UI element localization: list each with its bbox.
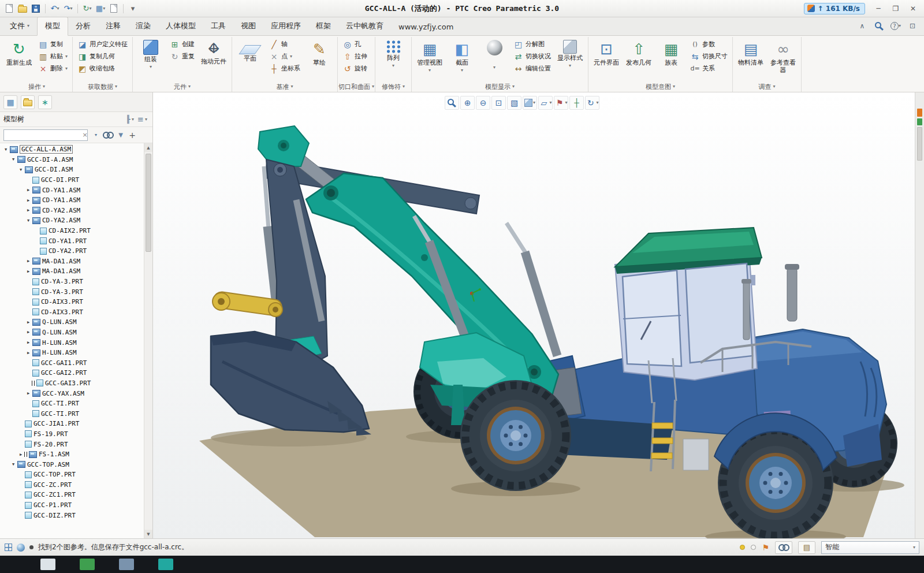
tree-item-label[interactable]: GCC-YAX.ASM: [42, 390, 84, 397]
restore-button[interactable]: ❐: [888, 3, 903, 14]
refit-icon[interactable]: ⊡: [491, 96, 506, 110]
clear-search-icon[interactable]: ×: [81, 131, 89, 139]
tree-expander-icon[interactable]: ▼: [10, 157, 17, 162]
tree-item[interactable]: ▶CD-YA1.ASM: [0, 195, 143, 206]
tree-columns-icon[interactable]: ╟▾: [124, 114, 136, 125]
browser-toggle-icon[interactable]: [17, 544, 25, 552]
tree-item-label[interactable]: GCC-DI.PRT: [41, 176, 79, 184]
ribbon-button-族表[interactable]: ▦族表: [655, 38, 687, 68]
tree-item[interactable]: ▶GCC-YAX.ASM: [0, 388, 143, 399]
tree-scrollbar[interactable]: ▲ ▼: [144, 143, 152, 538]
tree-item[interactable]: ▶CD-YA1.ASM: [0, 185, 143, 195]
tree-expander-icon[interactable]: ▶: [25, 188, 32, 192]
tree-item-label[interactable]: MA-DA1.ASM: [42, 267, 80, 275]
tree-expander-icon[interactable]: ▶: [25, 320, 32, 325]
tree-item-label[interactable]: GCC-ZC1.PRT: [33, 491, 76, 498]
tree-item[interactable]: ▶Q-LUN.ASM: [0, 328, 143, 338]
ribbon-button-轴[interactable]: ╱轴: [267, 38, 303, 50]
tab-人体模型[interactable]: 人体模型: [158, 17, 203, 35]
tree-item-label[interactable]: CD-AIX3.PRT: [41, 308, 83, 316]
navigator-toggle-icon[interactable]: [5, 544, 12, 551]
zoom-out-icon[interactable]: ⊖: [476, 96, 490, 110]
taskbar-item-3[interactable]: [158, 559, 173, 570]
tree-item-label[interactable]: GCC-ALL-A.ASM: [20, 145, 73, 154]
tab-视图[interactable]: 视图: [233, 17, 263, 35]
tree-item-label[interactable]: GCC-DI.ASM: [35, 166, 73, 173]
tree-expander-icon[interactable]: ▼: [17, 168, 24, 172]
tree-item[interactable]: GCC-GAI3.PRT: [0, 378, 143, 389]
tree-item-label[interactable]: CD-AIX3.PRT: [41, 298, 83, 306]
tree-item[interactable]: ▼CD-YA2.ASM: [0, 215, 143, 226]
tree-item[interactable]: ▼GCC-ALL-A.ASM: [0, 144, 143, 155]
ribbon-button-坐标系[interactable]: ┼坐标系: [267, 62, 303, 75]
tree-item-label[interactable]: H-LUN.ASM: [42, 339, 77, 347]
taskbar-item-2[interactable]: [119, 559, 134, 570]
3d-model-canvas[interactable]: [153, 113, 915, 538]
repaint-icon[interactable]: ▧: [507, 96, 521, 110]
ribbon-button-编辑位置[interactable]: ↔编辑位置: [511, 62, 553, 75]
tab-框架[interactable]: 框架: [308, 17, 338, 35]
find-icon[interactable]: [103, 129, 114, 141]
ribbon-button-孔[interactable]: ◎孔: [340, 38, 370, 50]
ribbon-group-label[interactable]: 操作▾: [2, 81, 72, 92]
minimize-button[interactable]: ─: [871, 3, 886, 14]
spin-center-icon[interactable]: ┼: [569, 96, 584, 110]
tree-settings-icon[interactable]: ≡▾: [136, 114, 149, 125]
help-icon[interactable]: ?▾: [890, 20, 901, 32]
ribbon-button-截面[interactable]: ◧截面▾: [446, 38, 478, 73]
ribbon-group-label[interactable]: 基准▾: [233, 81, 337, 92]
ribbon-button-拉伸[interactable]: ⇧拉伸: [340, 50, 370, 62]
ribbon-button-粘贴[interactable]: ▥粘贴▾: [36, 50, 70, 62]
scroll-up-icon[interactable]: ▲: [144, 143, 152, 152]
tree-expander-icon[interactable]: ▼: [25, 218, 32, 223]
tree-item[interactable]: ▶CD-YA2.ASM: [0, 206, 143, 216]
ribbon-button-appearance-icon[interactable]: ▾: [479, 38, 510, 70]
graphics-viewport[interactable]: ⊕⊖⊡▧▾▱▾⚑▾┼↻▾: [153, 92, 915, 538]
ribbon-button-阵列[interactable]: 阵列▾: [378, 38, 409, 69]
flag-icon[interactable]: ⚑: [762, 543, 769, 552]
tree-item-label[interactable]: MA-DA1.ASM: [42, 258, 80, 265]
customize-qat-icon[interactable]: ▾: [127, 3, 139, 14]
tree-item[interactable]: GCC-P1.PRT: [0, 500, 143, 511]
search-options-icon[interactable]: ▾: [91, 129, 100, 141]
new-window-icon[interactable]: [108, 3, 120, 14]
ribbon-button-切换状况[interactable]: ⇄切换状况: [511, 50, 553, 62]
ribbon-button-物料清单[interactable]: ▤物料清单: [735, 38, 766, 68]
folder-browser-icon[interactable]: [21, 95, 35, 109]
tree-expander-icon[interactable]: ▶: [25, 391, 32, 396]
scrollbar-thumb[interactable]: [146, 154, 151, 252]
saved-orientations-icon[interactable]: ↻▾: [585, 96, 599, 110]
tree-item-label[interactable]: CD-YA1.PRT: [49, 237, 87, 245]
ribbon-button-分解图[interactable]: ◰分解图: [511, 38, 553, 50]
ribbon-group-label[interactable]: 元件▾: [133, 81, 231, 92]
ribbon-button-组装[interactable]: 组装▾: [135, 38, 166, 70]
tree-item[interactable]: ▼GCC-DI-A.ASM: [0, 155, 143, 165]
tree-item-label[interactable]: GCC-GAI3.PRT: [45, 379, 91, 387]
selection-filter-combo[interactable]: 智能 ▾: [821, 541, 919, 554]
tree-expander-icon[interactable]: ▶: [25, 198, 32, 203]
ribbon-button-草绘[interactable]: ✎草绘: [304, 38, 335, 68]
tree-item-label[interactable]: GCC-ZC.PRT: [33, 481, 72, 489]
tree-item[interactable]: ▶MA-DA1.ASM: [0, 256, 143, 267]
ribbon-group-label[interactable]: 切口和曲面▾: [338, 81, 374, 92]
tree-item-label[interactable]: Q-LUN.ASM: [42, 318, 77, 326]
tab-渲染[interactable]: 渲染: [128, 17, 158, 35]
tree-expander-icon[interactable]: ▶: [25, 330, 32, 334]
tree-item[interactable]: ▼GCC-DI.ASM: [0, 165, 143, 175]
tree-item[interactable]: FS-19.PRT: [0, 429, 143, 440]
tree-item[interactable]: CD-YA-3.PRT: [0, 277, 143, 287]
taskbar-item-1[interactable]: [80, 559, 95, 570]
tab-www.yzfjy.com[interactable]: www.yzfjy.com: [391, 19, 461, 35]
ribbon-button-切换尺寸[interactable]: ⇆切换尺寸: [688, 50, 730, 62]
tree-expander-icon[interactable]: ▼: [10, 462, 17, 467]
ribbon-group-label[interactable]: 获取数据▾: [73, 81, 132, 92]
tree-expander-icon[interactable]: ▶: [25, 351, 32, 355]
datum-display-icon[interactable]: ▱▾: [538, 96, 553, 110]
tree-item-label[interactable]: GCC-TI.PRT: [41, 400, 79, 407]
tree-item[interactable]: GCC-TI.PRT: [0, 408, 143, 419]
open-folder-icon[interactable]: [17, 3, 28, 14]
tree-expander-icon[interactable]: ▶: [25, 208, 32, 213]
scroll-down-icon[interactable]: ▼: [144, 530, 152, 538]
tree-item[interactable]: GCC-ZC.PRT: [0, 480, 143, 490]
ribbon-button-平面[interactable]: 平面: [234, 38, 266, 64]
